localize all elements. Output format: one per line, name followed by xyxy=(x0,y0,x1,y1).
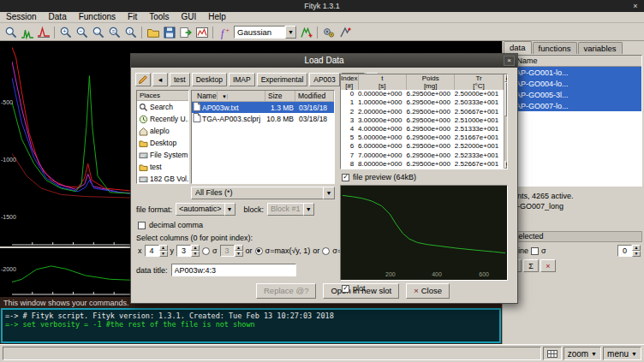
place-file-system[interactable]: File System xyxy=(137,149,188,161)
decimal-comma-checkbox[interactable] xyxy=(138,222,146,229)
path-scroll-left-button[interactable]: ◂ xyxy=(152,73,168,86)
zoom-mode-icon[interactable] xyxy=(3,25,19,40)
place-test[interactable]: test xyxy=(137,161,188,173)
svg-text:−: − xyxy=(79,27,82,33)
scrollbar-thumb[interactable] xyxy=(504,82,507,116)
window-titlebar[interactable]: Fityk 1.3.1 × xyxy=(0,0,644,12)
sigma-column-radio[interactable] xyxy=(202,247,210,255)
define-function-icon[interactable]: f+ xyxy=(216,25,232,40)
fit-run-icon[interactable] xyxy=(320,25,337,40)
save-image-icon[interactable] xyxy=(194,25,210,40)
x-column-spinner[interactable]: 4 ▲▼ xyxy=(145,245,168,257)
tab-data[interactable]: data xyxy=(504,41,532,54)
point-size-spinner[interactable]: 0 ▲▼ xyxy=(617,245,641,257)
preview-table-scrollbar[interactable]: ▲ ▼ xyxy=(504,74,507,169)
path-button-test[interactable]: test xyxy=(170,73,190,86)
menu-session[interactable]: Session xyxy=(0,12,43,22)
place-aleplo[interactable]: aleplo xyxy=(137,125,188,137)
path-button-ap003[interactable]: AP003 xyxy=(309,73,340,86)
coordinates-cell[interactable] xyxy=(543,347,562,360)
y-spinner-arrows[interactable]: ▲▼ xyxy=(191,245,200,257)
export-data-icon[interactable] xyxy=(177,25,194,40)
data-title-input[interactable] xyxy=(171,264,296,276)
menu-gui[interactable]: GUI xyxy=(176,12,203,22)
preview-column-unit: [mg] xyxy=(406,82,454,90)
sum-datasets-button[interactable]: Σ xyxy=(523,259,539,272)
zoom-out-icon[interactable]: − xyxy=(74,25,90,40)
zoom-in-icon[interactable]: + xyxy=(57,25,74,40)
console-box[interactable]: =-> # Fityk script. Fityk version: 1.3.1… xyxy=(1,308,501,343)
preview-column-poids[interactable]: Poids xyxy=(406,74,454,82)
tab-variables[interactable]: variables xyxy=(578,42,623,54)
sigma-max-radio[interactable] xyxy=(255,247,263,255)
column-header-size[interactable]: Size xyxy=(265,91,295,101)
dialog-titlebar[interactable]: Load Data × xyxy=(131,54,517,68)
spin-down-icon[interactable]: ▼ xyxy=(159,251,168,257)
dataset-row[interactable]: AP-GO001-lo... xyxy=(505,67,641,78)
place-search[interactable]: Search xyxy=(137,101,188,113)
preview-column-index[interactable]: Index xyxy=(341,74,358,82)
file-filter-select[interactable]: All Files (*) ▼ xyxy=(191,187,335,199)
spin-down-icon[interactable]: ▼ xyxy=(632,251,641,257)
scroll-down-icon[interactable]: ▼ xyxy=(504,161,507,169)
add-peak-mode-icon[interactable] xyxy=(35,25,51,40)
preview-column-tr[interactable]: Tr xyxy=(455,74,503,82)
preview-column-t[interactable]: t xyxy=(358,74,406,82)
file-preview-checkbox[interactable] xyxy=(342,174,349,181)
plot-checkbox[interactable] xyxy=(342,285,349,293)
dataset-row[interactable]: AP-GO004-lo... xyxy=(505,78,641,89)
spin-up-icon[interactable]: ▲ xyxy=(632,245,641,251)
file-row[interactable]: TGA-AP003.sclprj10.8 MB03/18/18 xyxy=(192,113,334,124)
place-recently-u-[interactable]: Recently U... xyxy=(137,113,188,125)
save-session-icon[interactable] xyxy=(161,25,177,40)
path-button-experimental[interactable]: Experimental xyxy=(257,73,308,86)
zoom-all-icon[interactable]: = xyxy=(106,25,122,40)
sigma-one-radio[interactable] xyxy=(322,247,330,255)
menu-dropdown[interactable]: menu ▼ xyxy=(603,347,641,360)
place-desktop[interactable]: Desktop xyxy=(137,137,188,149)
menu-functions[interactable]: Functions xyxy=(73,12,122,22)
y-column-spinner[interactable]: 3 ▲▼ xyxy=(176,245,200,257)
menu-tools[interactable]: Tools xyxy=(143,12,175,22)
file-row[interactable]: AP003w.txt1.3 MB03/16/18 xyxy=(192,102,334,113)
delete-dataset-button[interactable]: × xyxy=(540,259,556,272)
place-182-gb-vol-[interactable]: 182 GB Vol... xyxy=(137,173,188,184)
dataset-row[interactable]: AP-GO007-lo... xyxy=(505,100,641,111)
menu-help[interactable]: Help xyxy=(202,12,232,22)
path-button-imap[interactable]: IMAP xyxy=(229,73,255,86)
zoom-vertical-icon[interactable]: ↕ xyxy=(122,25,139,40)
y-selected-header[interactable]: y selected xyxy=(504,231,642,242)
chevron-down-icon[interactable]: ▼ xyxy=(323,187,335,199)
column-header-name[interactable]: Name ▼ xyxy=(192,91,265,101)
zoom-previous-icon[interactable]: … xyxy=(90,25,106,40)
close-button[interactable]: ×Close xyxy=(406,283,450,299)
dataset-list-header[interactable]: # Name xyxy=(505,56,641,67)
toolbar-separator xyxy=(210,27,216,39)
scroll-up-icon[interactable]: ▲ xyxy=(504,74,507,82)
chevron-down-icon[interactable]: ▼ xyxy=(285,26,296,39)
tab-functions[interactable]: functions xyxy=(533,42,577,54)
x-spinner-arrows[interactable]: ▲▼ xyxy=(159,245,168,257)
chevron-down-icon[interactable]: ▼ xyxy=(224,203,236,216)
menu-data[interactable]: Data xyxy=(43,12,73,22)
type-filename-button[interactable] xyxy=(135,73,151,86)
window-close-icon[interactable]: × xyxy=(630,0,641,12)
function-type-select[interactable]: Gaussian ▼ xyxy=(234,26,296,39)
open-file-icon[interactable] xyxy=(145,25,161,40)
column-header-modified[interactable]: Modified xyxy=(295,91,334,101)
fit-undo-icon[interactable] xyxy=(337,25,353,40)
dataset-row[interactable]: AP-GO005-3l... xyxy=(505,89,641,100)
spin-down-icon[interactable]: ▼ xyxy=(191,251,200,257)
file-format-select[interactable]: <automatic> ▼ xyxy=(176,203,236,216)
sigma-checkbox[interactable] xyxy=(531,247,539,255)
spin-up-icon[interactable]: ▲ xyxy=(159,245,168,251)
menu-fit[interactable]: Fit xyxy=(122,12,143,22)
point-size-arrows[interactable]: ▲▼ xyxy=(632,245,641,257)
toolbar-left: +−…=↕f+ xyxy=(3,25,232,40)
path-button-desktop[interactable]: Desktop xyxy=(192,73,227,86)
data-range-mode-icon[interactable] xyxy=(19,25,35,40)
zoom-dropdown[interactable]: zoom ▼ xyxy=(564,347,601,360)
auto-add-peak-icon[interactable] xyxy=(298,25,314,40)
dialog-close-icon[interactable]: × xyxy=(504,56,515,66)
spin-up-icon[interactable]: ▲ xyxy=(191,245,200,251)
